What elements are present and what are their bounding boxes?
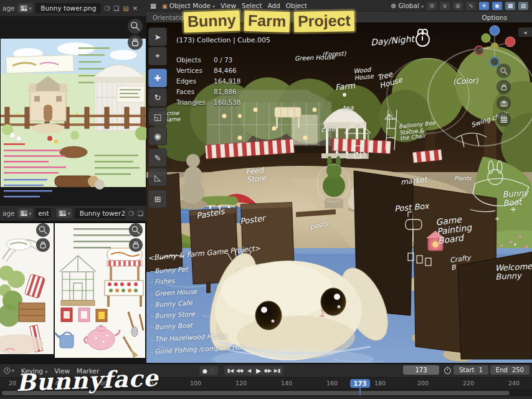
move-tool[interactable]: ✚ — [148, 69, 167, 87]
end-value: 250 — [512, 367, 524, 373]
rotate-tool[interactable]: ↻ — [148, 88, 167, 107]
jump-to-end-button[interactable]: ▶▮ — [273, 368, 282, 373]
playhead[interactable] — [359, 387, 361, 395]
reference-image-bunny-tower[interactable] — [0, 16, 146, 206]
pivot-point-dropdown[interactable]: ⊙ — [427, 2, 437, 10]
pan-hand-icon[interactable] — [36, 238, 50, 252]
image-type-icon — [58, 209, 67, 217]
title-word: Farm — [244, 11, 290, 32]
timeline-ruler[interactable]: 20 40 60 80 100 120 140 160 180 200 220 … — [0, 377, 532, 390]
transform-tool[interactable]: ◉ — [148, 127, 167, 145]
zoom-icon[interactable] — [128, 19, 143, 34]
end-frame-field[interactable]: End 250 — [490, 365, 530, 375]
menu-object[interactable]: Object — [286, 2, 307, 9]
falloff-curve-icon[interactable]: ∿ — [466, 2, 476, 10]
tweak-select-tool[interactable]: ➤ — [148, 27, 167, 46]
add-primitive-tool[interactable]: ⊞ — [148, 190, 167, 208]
record-icon[interactable]: ● — [202, 368, 207, 374]
menu-keying[interactable]: Keying ▾ — [21, 367, 47, 375]
next-keyframe-button[interactable]: ◆▶ — [264, 368, 272, 373]
camera-view-icon[interactable] — [496, 96, 511, 110]
new-image-icon[interactable]: ❏ — [137, 210, 144, 217]
timeline-editor: ▾ Keying ▾ View Marker ● ◌ ▮◀ ◀◆ ◀ ▶ ◆▶ … — [0, 363, 532, 399]
axis-y-positive — [482, 34, 490, 42]
sign-board-welcome — [458, 252, 532, 359]
editor-type-icon[interactable]: ▦ — [150, 2, 156, 9]
pan-hand-icon[interactable] — [128, 35, 143, 50]
title-word: Project — [294, 11, 354, 32]
current-frame-field[interactable]: 173 — [403, 365, 439, 375]
mode-dropdown[interactable]: ▣ Object Mode ▾ — [162, 2, 215, 9]
image-filename[interactable]: Bunny tower2.png — [75, 208, 125, 218]
viewport-zoom-icon[interactable] — [496, 64, 511, 78]
viewport-pan-hand-icon[interactable] — [496, 80, 511, 94]
frame-tick: 20 — [9, 380, 16, 387]
measure-tool[interactable]: ◺ — [148, 168, 167, 186]
collection-breadcrumb: (173) Collection | Cube.005 — [176, 36, 270, 44]
xray-toggle-icon[interactable]: ▥ — [518, 2, 528, 10]
menu-view[interactable]: View — [54, 367, 70, 375]
scrollbar-handle[interactable] — [2, 391, 510, 395]
options-dropdown[interactable]: Options — [482, 14, 507, 21]
menu-marker[interactable]: Marker — [77, 367, 99, 375]
new-image-icon[interactable]: ❏ — [113, 5, 120, 12]
active-toggle-2-icon[interactable]: ◉ — [492, 2, 502, 10]
orthographic-grid-icon[interactable] — [496, 112, 511, 127]
image-editor-top: age ▾ Bunny tower.png ❍ ❏ ▤ ✕ — [0, 0, 148, 207]
timeline-scrollbar[interactable] — [0, 389, 532, 397]
proportional-editing-icon[interactable]: ◎ — [453, 2, 463, 10]
prev-keyframe-button[interactable]: ◀◆ — [235, 368, 244, 373]
sidebar-toggle-tab[interactable]: ◂ — [518, 27, 532, 37]
menu-view[interactable]: View — [221, 2, 236, 9]
play-button[interactable]: ▶ — [254, 367, 263, 374]
frame-tick: 160 — [326, 380, 338, 387]
image-filename[interactable]: Bunny tower.png — [36, 3, 101, 13]
stopwatch-icon[interactable] — [444, 366, 452, 374]
stat-edges: Edges164,918 — [176, 76, 240, 87]
editor-type-label[interactable]: age — [2, 209, 15, 217]
transform-orientation-dropdown[interactable]: ⊕ Global ▾ — [391, 2, 424, 9]
image-type-icon — [19, 209, 28, 217]
auto-keying-group: ● ◌ — [199, 366, 218, 375]
open-folder-icon[interactable]: ▤ — [122, 5, 129, 12]
image-browse-dropdown[interactable]: ▾ — [17, 3, 34, 13]
prev-frame-button[interactable]: ◀ — [245, 368, 254, 373]
jump-to-start-button[interactable]: ▮◀ — [226, 368, 235, 373]
timeline-header: ▾ Keying ▾ View Marker ● ◌ ▮◀ ◀◆ ◀ ▶ ◆▶ … — [0, 364, 532, 377]
chevron-down-icon: ▾ — [45, 369, 47, 375]
start-frame-field[interactable]: Start 1 — [454, 365, 488, 375]
image-filename-clipped[interactable]: ent — [36, 208, 51, 218]
viewport-header: ▦ ▣ Object Mode ▾ View Select Add Object… — [146, 0, 532, 12]
keying-set-icon[interactable]: ◌ — [210, 368, 215, 374]
bunny-tower-drawing — [0, 16, 146, 206]
frame-tick: 180 — [374, 380, 386, 387]
frame-tick: 120 — [235, 380, 247, 387]
menu-add[interactable]: Add — [267, 2, 280, 9]
fake-user-shield-icon[interactable]: ❍ — [103, 5, 110, 12]
image-editor-bl-header: age ▾ ent — [0, 206, 54, 221]
transform-icon: ◉ — [154, 132, 161, 141]
annotate-tool[interactable]: ✎ — [148, 148, 167, 167]
fake-user-shield-icon[interactable]: ❍ — [128, 210, 135, 217]
pan-hand-icon[interactable] — [129, 238, 143, 252]
zoom-icon[interactable] — [129, 223, 143, 237]
menu-select[interactable]: Select — [242, 2, 262, 9]
scale-icon: ◱ — [154, 112, 161, 122]
navigation-gizmo[interactable] — [471, 22, 518, 70]
viewport-scene[interactable]: ➤ ⌖ ✚ ↻ ◱ ◉ ✎ ◺ ⊞ (173) Collection | Cub… — [146, 22, 532, 363]
overlays-toggle-icon[interactable]: ▦ — [505, 2, 515, 10]
frame-tick: 220 — [463, 380, 474, 387]
header-right-cluster: ⊕ Global ▾ ⊙ ∪ ◎ ∿ ✛ ◉ ▦ ▥ — [391, 2, 528, 10]
unlink-icon[interactable]: ✕ — [132, 5, 138, 12]
scale-tool[interactable]: ◱ — [148, 107, 167, 126]
cursor-tool[interactable]: ⌖ — [148, 47, 167, 65]
timeline-editor-dropdown[interactable]: ▾ — [4, 367, 14, 374]
image-browse-dropdown[interactable]: ▾ — [17, 208, 34, 218]
editor-type-label[interactable]: age — [2, 4, 15, 12]
image-editor-bottom-left: age ▾ ent — [0, 206, 55, 363]
snap-magnet-icon[interactable]: ∪ — [440, 2, 450, 10]
image-browse-dropdown[interactable]: ▾ — [56, 208, 72, 218]
active-toggle-1-icon[interactable]: ✛ — [479, 2, 489, 10]
orientation-value: Global — [398, 2, 419, 9]
zoom-icon[interactable] — [36, 223, 50, 237]
